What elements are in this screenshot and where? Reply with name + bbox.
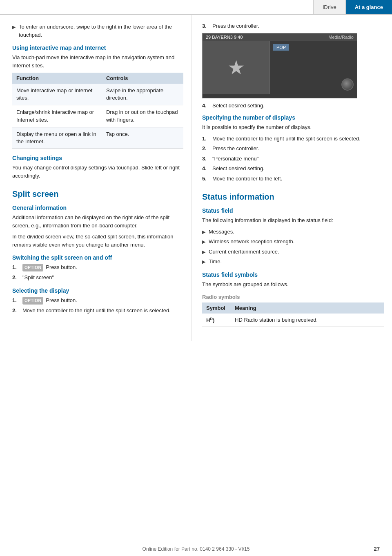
- media-image-left: ★: [203, 41, 270, 94]
- list-item: 2.Move the controller to the right until…: [12, 307, 183, 315]
- media-pop-label: POP: [273, 44, 289, 51]
- tab-idrive[interactable]: iDrive: [313, 0, 345, 14]
- section3a-p2: In the divided screen view, the so-calle…: [12, 233, 183, 249]
- section2-text: You may change control display settings …: [12, 164, 183, 180]
- star-icon: ★: [203, 41, 270, 94]
- symbol-col-meaning: Meaning: [231, 302, 384, 314]
- main-content: ▶ To enter an underscore, swipe to the r…: [0, 15, 392, 341]
- step3-item: 3. Press the controller.: [202, 23, 384, 29]
- option-button[interactable]: OPTION: [22, 264, 43, 271]
- bullet-arrow-icon: ▶: [202, 249, 205, 256]
- status-bullet-item: ▶Current entertainment source.: [202, 248, 384, 256]
- step-number: 2.: [202, 145, 210, 153]
- table-row: Move interactive map or Internet sites.S…: [12, 84, 183, 105]
- table-cell-controls: Swipe in the appropriate direction.: [102, 84, 183, 105]
- function-controls-table: Function Controls Move interactive map o…: [12, 73, 183, 149]
- step-number: 1.: [12, 296, 20, 305]
- list-item: 2.Press the controller.: [202, 145, 384, 153]
- table-cell-function: Enlarge/shrink interactive map or Intern…: [12, 105, 102, 127]
- status-field-text: The following information is displayed i…: [202, 216, 384, 225]
- table-cell-controls: Tap once.: [102, 127, 183, 149]
- section-general-info-heading: General information: [12, 205, 183, 211]
- list-item: 1.Move the controller to the right until…: [202, 135, 384, 143]
- right-column: 3. Press the controller. 29 BAYERN3 9:40…: [192, 15, 392, 341]
- page-footer: Online Edition for Part no. 0140 2 964 3…: [0, 546, 392, 552]
- bullet-text: Current entertainment source.: [209, 248, 279, 256]
- section-select-display-heading: Selecting the display: [12, 287, 183, 294]
- step-number: 5.: [202, 175, 210, 183]
- switch-steps: 1.OPTIONPress button.2."Split screen": [12, 263, 183, 282]
- page-number: 27: [374, 546, 380, 552]
- select-steps: 1.OPTIONPress button.2.Move the controll…: [12, 296, 183, 315]
- bullet-arrow-icon: ▶: [202, 258, 205, 265]
- bullet-text: Messages.: [209, 228, 234, 236]
- bullet-arrow-icon: ▶: [202, 238, 205, 245]
- table-row: Display the menu or open a link in the I…: [12, 127, 183, 149]
- section-interactive-map-heading: Using interactive map and Internet: [12, 44, 183, 51]
- list-item: 1.OPTIONPress button.: [12, 263, 183, 271]
- step3-container: 3. Press the controller.: [202, 23, 384, 29]
- table-cell-function: Display the menu or open a link in the I…: [12, 127, 102, 149]
- status-bullet-item: ▶Messages.: [202, 228, 384, 236]
- section1-intro: Via touch-pad move the interactive map i…: [12, 53, 183, 69]
- page-header: iDrive At a glance: [0, 0, 392, 15]
- section-switch-split-heading: Switching the split screen on and off: [12, 254, 183, 261]
- step4-item: 4. Select desired setting.: [202, 102, 384, 109]
- intro-bullet: ▶ To enter an underscore, swipe to the r…: [12, 23, 183, 39]
- media-display-image: 29 BAYERN3 9:40 Media/Radio ★ POP: [202, 33, 357, 98]
- tab-at-a-glance[interactable]: At a glance: [345, 0, 392, 14]
- step-number: 3.: [202, 155, 210, 163]
- list-item: 1.OPTIONPress button.: [12, 296, 183, 305]
- symbol-col-symbol: Symbol: [202, 302, 231, 314]
- section-changing-settings-heading: Changing settings: [12, 155, 183, 161]
- option-button[interactable]: OPTION: [22, 297, 43, 305]
- table-row: HD)HD Radio station is being received.: [202, 314, 384, 327]
- media-body: ★ POP: [203, 41, 357, 94]
- bullet-arrow-icon: ▶: [12, 24, 16, 39]
- section-status-info-heading: Status information: [202, 192, 384, 202]
- specifying-intro: It is possible to specify the number of …: [202, 123, 384, 131]
- media-knob: [341, 78, 354, 91]
- radio-symbols-heading: Radio symbols: [202, 294, 384, 300]
- section-status-symbols-heading: Status field symbols: [202, 271, 384, 278]
- list-item: 2."Split screen": [12, 274, 183, 282]
- status-bullet-item: ▶Time.: [202, 258, 384, 266]
- section3a-p1: Additional information can be displayed …: [12, 214, 183, 229]
- symbol-cell: HD): [202, 314, 231, 327]
- table-col-function: Function: [12, 73, 102, 84]
- header-tabs: iDrive At a glance: [313, 0, 392, 14]
- status-bullet-item: ▶Wireless network reception strength.: [202, 238, 384, 246]
- section-specifying-heading: Specifying the number of displays: [202, 114, 384, 121]
- status-bullets: ▶Messages.▶Wireless network reception st…: [202, 228, 384, 266]
- status-section: Status information Status field The foll…: [202, 192, 384, 327]
- list-item: 4.Select desired setting.: [202, 165, 384, 173]
- table-cell-function: Move interactive map or Internet sites.: [12, 84, 102, 105]
- step-number: 1.: [12, 263, 20, 271]
- specifying-steps: 1.Move the controller to the right until…: [202, 135, 384, 183]
- bullet-arrow-icon: ▶: [202, 229, 205, 236]
- section-split-screen-heading: Split screen: [12, 189, 183, 199]
- symbol-table: Symbol Meaning HD)HD Radio station is be…: [202, 302, 384, 327]
- step-number: 2.: [12, 307, 20, 315]
- left-column: ▶ To enter an underscore, swipe to the r…: [0, 15, 192, 341]
- list-item: 3."Personalize menu": [202, 155, 384, 163]
- step-number: 2.: [12, 274, 20, 282]
- step-number: 4.: [202, 165, 210, 173]
- table-cell-controls: Drag in or out on the touchpad with fing…: [102, 105, 183, 127]
- bullet-text: Wireless network reception strength.: [209, 238, 294, 246]
- media-right-panel: POP: [270, 41, 357, 94]
- section-status-field-heading: Status field: [202, 207, 384, 214]
- step-number: 1.: [202, 135, 210, 143]
- table-row: Enlarge/shrink interactive map or Intern…: [12, 105, 183, 127]
- status-symbols-text: The symbols are grouped as follows.: [202, 280, 384, 289]
- bullet-text: Time.: [209, 258, 222, 266]
- list-item: 5.Move the controller to the left.: [202, 175, 384, 183]
- symbol-meaning-cell: HD Radio station is being received.: [231, 314, 384, 327]
- table-col-controls: Controls: [102, 73, 183, 84]
- media-top-bar: 29 BAYERN3 9:40 Media/Radio: [203, 33, 357, 41]
